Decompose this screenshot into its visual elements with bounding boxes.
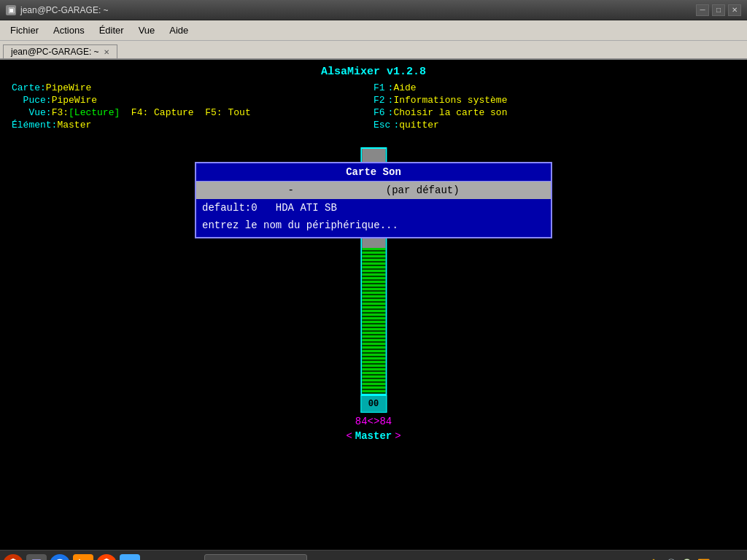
option-enter-text: entrez le nom du périphérique... [202,219,398,231]
tabbar: jean@PC-GARAGE: ~ ✕ [0,41,747,60]
titlebar-left: ▣ jean@PC-GARAGE: ~ [6,5,109,15]
info-vue: Vue : F3:[Lecture] F4: Capture F5: Tout [12,107,374,118]
info-puce: Puce : PipeWire [12,95,374,106]
taskbar-lubuntu-icon[interactable]: L [120,554,140,561]
carte-son-option-hda[interactable]: default:0 HDA ATI SB [196,199,551,217]
titlebar-controls: ─ □ ✕ [696,4,741,16]
channel-name: Master [355,430,392,442]
mixer-area: 00 84<>84 < Master > Carte Son - (par dé… [0,147,747,513]
taskbar-browser-icon[interactable] [50,554,70,561]
info-right: F1 : Aide F2 : Informations système F6 :… [374,82,735,131]
channel-left-arrow: < [346,430,352,442]
channel-right-arrow: > [395,430,400,442]
option-default-label: (par défaut) [294,184,460,196]
menu-aide[interactable]: Aide [162,23,196,37]
alsamixer-title: AlsaMixer v1.2.8 [0,60,747,78]
info-f2: F2 : Informations système [374,95,735,106]
titlebar-title: jean@PC-GARAGE: ~ [20,5,109,15]
slider-green-fill [362,248,385,394]
menu-fichier[interactable]: Fichier [3,23,46,37]
carte-son-option-enter[interactable]: entrez le nom du périphérique... [196,217,551,237]
channel-label: < Master > [346,430,400,442]
tab-terminal[interactable]: jean@PC-GARAGE: ~ ✕ [3,44,117,58]
taskbar-brave-icon[interactable] [3,554,23,561]
tab-label: jean@PC-GARAGE: ~ [11,47,99,57]
info-f1: F1 : Aide [374,82,735,93]
taskbar-files-icon[interactable] [26,554,47,561]
info-esc: Esc : quitter [374,120,735,131]
terminal-icon: ▣ [6,5,16,15]
terminal-area[interactable]: AlsaMixer v1.2.8 Carte : PipeWire Puce :… [0,60,747,550]
option-dash: - [287,184,293,196]
option-hda-id: default:0 HDA ATI SB [202,202,337,214]
slider-level: 84<>84 [355,416,392,427]
maximize-button[interactable]: □ [712,4,725,16]
carte-son-title: Carte Son [196,163,551,182]
info-left: Carte : PipeWire Puce : PipeWire Vue : F… [12,82,374,131]
info-f6: F6 : Choisir la carte son [374,107,735,118]
close-button[interactable]: ✕ [728,4,741,16]
carte-son-dialog[interactable]: Carte Son - (par défaut) default:0 HDA A… [195,162,552,238]
info-table: Carte : PipeWire Puce : PipeWire Vue : F… [0,78,747,135]
menu-actions[interactable]: Actions [46,23,92,37]
info-carte: Carte : PipeWire [12,82,374,93]
taskbar-brave2-icon[interactable] [96,554,117,561]
carte-son-option-default[interactable]: - (par défaut) [196,182,551,199]
slider-value: 00 [360,395,387,413]
taskbar-vlc-icon[interactable] [73,554,93,561]
tab-close-icon[interactable]: ✕ [104,48,109,56]
menu-vue[interactable]: Vue [131,23,163,37]
taskbar: L Lubuntu 23.04 sur del... ▶ jean@PC-GAR… [0,550,747,560]
taskbar-terminal-button[interactable]: ▶ jean@PC-GARAGE: ~ [204,554,307,561]
menubar: Fichier Actions Éditer Vue Aide [0,20,747,41]
menu-editer[interactable]: Éditer [92,23,131,37]
info-element: Élément : Master [12,120,374,131]
titlebar: ▣ jean@PC-GARAGE: ~ ─ □ ✕ [0,0,747,20]
minimize-button[interactable]: ─ [696,4,709,16]
